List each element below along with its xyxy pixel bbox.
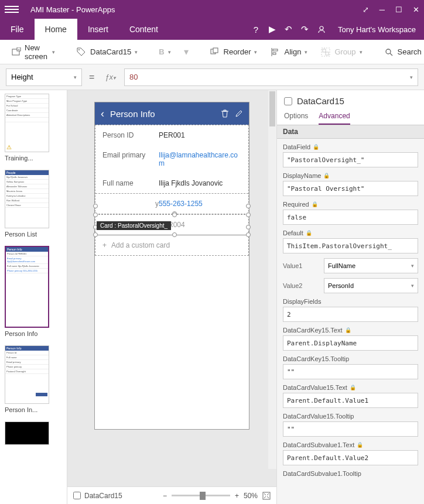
canvas-area: ‹ Person Info Person ID PER001 Email pri… xyxy=(67,90,276,504)
bold-button[interactable]: B▾ xyxy=(154,45,175,59)
group-label: Group xyxy=(334,47,355,56)
plus-icon: + xyxy=(102,241,107,249)
input-datafield[interactable]: "PastoralOversight_" xyxy=(283,152,418,167)
input-default[interactable]: ThisItem.PastoralOversight_ xyxy=(283,238,418,253)
select-value1[interactable]: FullName▾ xyxy=(324,258,418,273)
chevron-down-icon: ▾ xyxy=(135,49,138,55)
trash-icon[interactable] xyxy=(221,109,229,118)
svg-rect-6 xyxy=(213,48,218,53)
input-dcval-tooltip[interactable]: "" xyxy=(283,421,418,437)
hamburger-icon[interactable] xyxy=(5,6,19,13)
formula-bar: Height ▾ = ƒx▾ 80 ▾ xyxy=(0,64,424,90)
font-dropdown[interactable]: ▾ xyxy=(179,44,193,60)
search-button[interactable]: Search xyxy=(379,44,424,60)
tab-insert[interactable]: Insert xyxy=(77,19,119,40)
new-screen-button[interactable]: + New screen ▾ xyxy=(7,41,60,63)
chevron-down-icon: ▾ xyxy=(360,49,363,55)
row-fullname[interactable]: Full name Ilija Fjkdls Jovanovic xyxy=(95,173,248,193)
chevron-down-icon: ▾ xyxy=(305,49,307,55)
tab-options[interactable]: Options xyxy=(284,112,308,125)
tag-icon xyxy=(76,47,87,57)
chevron-down-icon: ▾ xyxy=(52,49,55,55)
input-dckey-text[interactable]: Parent.DisplayName xyxy=(283,335,418,351)
add-custom-card[interactable]: + Add a custom card xyxy=(95,235,248,255)
align-label: Align xyxy=(284,47,301,56)
input-required[interactable]: false xyxy=(283,210,418,225)
zoom-in-button[interactable]: + xyxy=(235,492,239,500)
redo-icon[interactable]: ↷ xyxy=(297,19,313,40)
preview-title: Person Info xyxy=(110,109,215,119)
svg-point-13 xyxy=(386,49,391,54)
align-button[interactable]: Align ▾ xyxy=(265,44,312,60)
field-dckey-tooltip: DataCardKey15.Tooltip "" xyxy=(283,355,418,379)
tab-file[interactable]: File xyxy=(0,19,35,40)
maximize-icon[interactable]: ☐ xyxy=(395,5,402,14)
close-icon[interactable]: ✕ xyxy=(413,5,419,14)
checkbox-input[interactable] xyxy=(73,492,81,499)
input-displayfields[interactable]: 2 xyxy=(283,307,418,322)
group-button[interactable]: Group ▾ xyxy=(316,44,367,60)
zoom-level: 50% xyxy=(244,492,258,500)
reorder-button[interactable]: Reorder ▾ xyxy=(205,44,262,60)
field-datafield: DataField🔒 "PastoralOversight_" xyxy=(283,143,418,167)
field-dcsub-text: DataCardSubvalue1.Text🔒 Parent.Default.V… xyxy=(283,441,418,465)
field-label-trunc: y xyxy=(102,200,159,208)
resize-diag-icon[interactable]: ⤢ xyxy=(363,5,369,14)
minimize-icon[interactable]: ─ xyxy=(379,5,385,14)
back-icon[interactable]: ‹ xyxy=(101,108,104,120)
input-dcsub-text[interactable]: Parent.Default.Value2 xyxy=(283,450,418,465)
tab-home[interactable]: Home xyxy=(35,19,77,40)
zoom-out-button[interactable]: − xyxy=(163,492,167,500)
play-icon[interactable]: ▶ xyxy=(264,19,281,40)
canvas-scrollbar[interactable] xyxy=(268,90,276,469)
field-label: Person ID xyxy=(102,131,159,139)
datacard-label: DataCard15 xyxy=(90,47,131,56)
chevron-down-icon: ▾ xyxy=(74,74,77,80)
undo-icon[interactable]: ↶ xyxy=(281,19,297,40)
input-dcval-text[interactable]: Parent.Default.Value1 xyxy=(283,393,418,408)
properties-panel: DataCard15 Options Advanced Data DataFie… xyxy=(276,90,424,504)
add-card-label: Add a custom card xyxy=(111,241,170,249)
lock-icon: 🔒 xyxy=(313,144,319,150)
row-personid[interactable]: Person ID PER001 xyxy=(95,125,248,145)
field-value2: Value2 PersonId▾ xyxy=(283,278,418,293)
user-icon[interactable] xyxy=(313,19,330,40)
tab-content[interactable]: Content xyxy=(119,19,169,40)
chevron-down-icon: ▾ xyxy=(411,263,414,269)
field-required: Required🔒 false xyxy=(283,201,418,225)
screen-thumb-personinfo[interactable]: Person Info Person Id PER001 Email prima… xyxy=(5,246,64,337)
reorder-label: Reorder xyxy=(224,47,251,56)
help-icon[interactable]: ? xyxy=(248,19,264,40)
property-selector[interactable]: Height ▾ xyxy=(6,68,82,86)
edit-icon[interactable] xyxy=(235,109,243,118)
screen-thumb-black[interactable] xyxy=(5,421,64,445)
row-phone[interactable]: y 555-263-1255 xyxy=(95,193,248,214)
status-bar: DataCard15 − + 50% xyxy=(67,486,276,504)
datacard-checkbox[interactable]: DataCard15 xyxy=(73,492,122,500)
lock-icon: 🔒 xyxy=(345,327,351,333)
property-label: Height xyxy=(11,73,33,81)
tab-advanced[interactable]: Advanced xyxy=(319,112,350,125)
row-email[interactable]: Email primary Ilija@lamnahealthcare.com xyxy=(95,145,248,173)
lock-icon: 🔒 xyxy=(312,201,318,207)
screen-thumb-training[interactable]: Program TypeMore Program TypeFor SchoolC… xyxy=(5,94,64,162)
zoom-slider[interactable] xyxy=(172,495,230,496)
screen-label: Person In... xyxy=(5,406,64,413)
user-workspace[interactable]: Tony Hart's Workspace xyxy=(330,19,424,40)
screen-thumb-personlist[interactable]: People Ilija Fjkdls Jovanovic Selma Somj… xyxy=(5,170,64,238)
svg-text:+: + xyxy=(18,47,20,51)
screen-thumb-personin[interactable]: Person Info Person IdFull nameEmail prim… xyxy=(5,345,64,413)
screens-panel: Program TypeMore Program TypeFor SchoolC… xyxy=(0,90,67,504)
form-body[interactable]: Person ID PER001 Email primary Ilija@lam… xyxy=(95,125,249,256)
fit-icon[interactable] xyxy=(262,492,271,500)
search-icon xyxy=(384,47,394,57)
phone-preview[interactable]: ‹ Person Info Person ID PER001 Email pri… xyxy=(94,102,249,430)
formula-input[interactable]: 80 ▾ xyxy=(124,68,418,86)
input-dckey-tooltip[interactable]: "" xyxy=(283,364,418,379)
field-value: Ilija Fjkdls Jovanovic xyxy=(159,179,241,187)
select-value2[interactable]: PersonId▾ xyxy=(324,278,418,293)
lock-icon: 🔒 xyxy=(357,442,363,448)
element-icon xyxy=(284,97,292,105)
datacard-selector[interactable]: DataCard15 ▾ xyxy=(71,44,142,60)
input-displayname[interactable]: "Pastoral Oversight" xyxy=(283,181,418,196)
